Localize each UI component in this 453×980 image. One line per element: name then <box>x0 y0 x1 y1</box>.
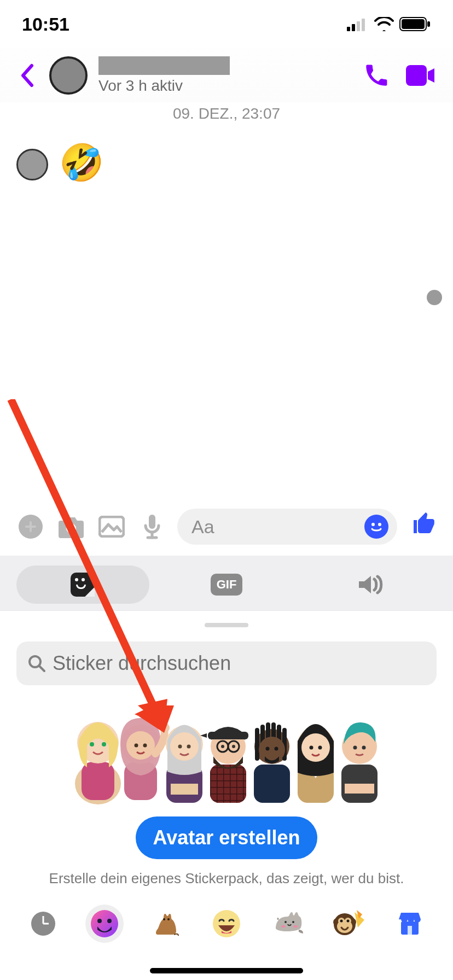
svg-point-54 <box>259 737 285 763</box>
svg-point-56 <box>275 747 278 751</box>
message-placeholder: Aa <box>191 516 364 538</box>
svg-rect-1 <box>352 24 355 31</box>
svg-point-30 <box>143 744 147 748</box>
svg-rect-6 <box>427 21 430 27</box>
media-type-tabs: GIF <box>0 556 453 611</box>
svg-point-69 <box>91 910 118 937</box>
avatar-examples-image <box>16 696 437 806</box>
avatar-pack-icon <box>90 909 119 938</box>
status-indicators <box>347 17 431 31</box>
sticker-pack-strip <box>0 892 453 958</box>
svg-point-87 <box>340 920 343 923</box>
svg-rect-90 <box>408 926 412 935</box>
more-actions-button[interactable] <box>15 511 46 542</box>
like-button[interactable] <box>407 510 438 543</box>
svg-point-61 <box>318 746 322 750</box>
svg-point-55 <box>266 747 270 751</box>
received-message-row: 🤣 <box>0 122 453 186</box>
status-bar: 10:51 <box>0 0 453 48</box>
battery-icon <box>399 17 431 31</box>
sticker-panel: Sticker durchsuchen <box>0 611 453 892</box>
conversation-avatar[interactable] <box>49 56 88 95</box>
received-emoji-message[interactable]: 🤣 <box>59 144 104 180</box>
svg-point-31 <box>160 723 170 733</box>
smiley-icon <box>212 909 241 938</box>
conversation-title[interactable]: Vor 3 h aktiv <box>98 56 349 95</box>
emoji-picker-button[interactable] <box>364 515 388 539</box>
svg-rect-22 <box>82 762 114 800</box>
clock-icon <box>31 912 55 936</box>
status-time: 10:51 <box>22 14 69 35</box>
contact-name-redacted <box>98 56 230 75</box>
gif-tab[interactable]: GIF <box>160 565 293 604</box>
camera-button[interactable] <box>56 511 86 542</box>
svg-point-77 <box>281 925 286 928</box>
monkey-pack-button[interactable] <box>329 905 368 943</box>
svg-rect-5 <box>402 19 425 29</box>
avatar-hint-text: Erstelle dein eigenes Stickerpack, das z… <box>49 870 404 887</box>
svg-point-73 <box>167 918 170 920</box>
svg-point-28 <box>126 731 155 760</box>
svg-rect-40 <box>208 732 248 739</box>
smiley-pack-button[interactable] <box>207 905 246 943</box>
voice-clip-button[interactable] <box>137 511 167 542</box>
sender-avatar[interactable] <box>16 149 48 180</box>
svg-rect-2 <box>357 21 360 31</box>
svg-rect-13 <box>149 515 155 529</box>
composer-row: Aa <box>0 498 453 556</box>
video-call-button[interactable] <box>404 59 437 92</box>
avatar-pack-button[interactable] <box>85 905 124 943</box>
search-icon <box>27 654 46 673</box>
svg-rect-7 <box>406 65 427 86</box>
svg-point-25 <box>102 742 106 746</box>
svg-point-71 <box>107 919 112 923</box>
activity-status: Vor 3 h aktiv <box>98 77 349 95</box>
monkey-icon <box>333 909 364 938</box>
wifi-icon <box>374 17 394 31</box>
svg-rect-10 <box>25 526 36 528</box>
message-input[interactable]: Aa <box>177 509 397 545</box>
gallery-button[interactable] <box>96 511 127 542</box>
seen-indicator <box>427 290 442 305</box>
svg-rect-48 <box>255 728 259 761</box>
svg-point-64 <box>353 746 357 750</box>
svg-point-75 <box>284 921 287 923</box>
message-timestamp: 09. DEZ., 23:07 <box>0 105 453 122</box>
audio-call-button[interactable] <box>360 59 393 92</box>
home-indicator[interactable] <box>150 968 303 973</box>
back-button[interactable] <box>16 63 38 88</box>
svg-point-76 <box>292 921 294 923</box>
sticker-icon <box>71 573 95 597</box>
svg-point-16 <box>365 516 387 538</box>
cat-pack-button[interactable] <box>146 905 184 943</box>
sound-icon <box>357 574 384 596</box>
svg-point-65 <box>362 746 366 750</box>
cellular-icon <box>347 17 369 31</box>
svg-point-60 <box>310 746 313 750</box>
pusheen-pack-button[interactable] <box>269 905 307 943</box>
sound-tab[interactable] <box>304 565 437 604</box>
cat-icon <box>150 908 181 939</box>
recent-stickers-button[interactable] <box>24 905 62 943</box>
svg-point-11 <box>66 523 76 533</box>
svg-point-34 <box>170 732 199 761</box>
svg-point-88 <box>347 920 350 923</box>
svg-rect-38 <box>210 765 246 803</box>
sticker-search-input[interactable]: Sticker durchsuchen <box>16 641 437 685</box>
create-avatar-button[interactable]: Avatar erstellen <box>136 816 318 859</box>
sticker-search-placeholder: Sticker durchsuchen <box>53 652 231 675</box>
svg-rect-0 <box>347 27 350 31</box>
svg-point-18 <box>378 523 381 526</box>
svg-point-24 <box>90 742 94 746</box>
svg-point-17 <box>371 523 375 526</box>
pusheen-icon <box>271 910 304 937</box>
stickers-tab[interactable] <box>16 565 149 604</box>
svg-point-44 <box>221 745 224 748</box>
svg-point-70 <box>97 919 102 923</box>
store-icon <box>397 912 423 936</box>
svg-point-35 <box>178 745 182 749</box>
sticker-store-button[interactable] <box>391 905 429 943</box>
svg-line-20 <box>39 666 44 671</box>
svg-rect-3 <box>362 19 365 31</box>
panel-grabber[interactable] <box>205 623 248 627</box>
